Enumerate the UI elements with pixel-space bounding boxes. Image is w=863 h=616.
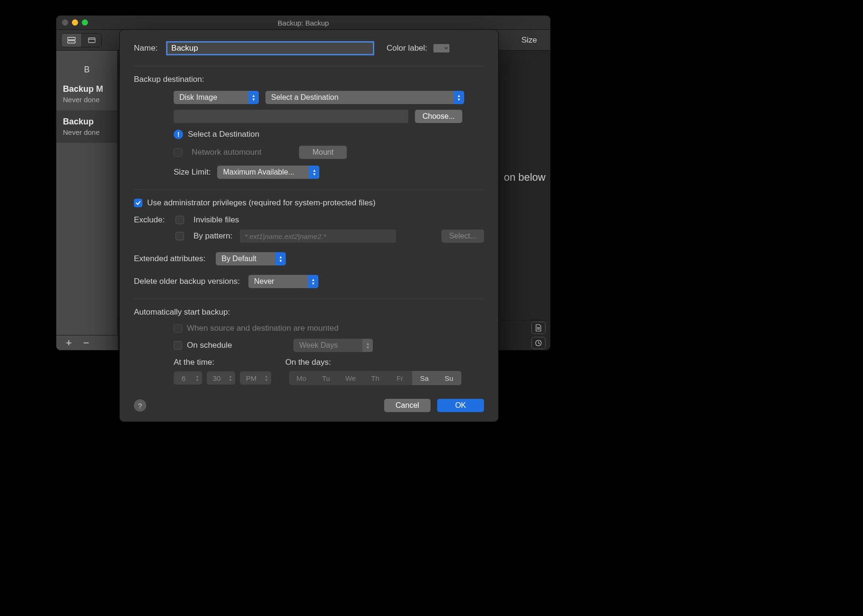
time-hour-value: 6 [182,374,185,382]
window-close-button[interactable] [62,19,68,26]
backup-item-subtitle: Never done [63,128,111,136]
on-schedule-checkbox[interactable] [174,341,182,350]
exclude-pattern-input[interactable] [240,229,396,243]
help-button[interactable]: ? [134,399,146,412]
when-mounted-label: When source and destination are mounted [187,324,338,333]
destination-section-label: Backup destination: [134,75,484,84]
delete-older-label: Delete older backup versions: [134,277,240,286]
stepper-icon: ▲▼ [275,252,286,265]
document-icon[interactable] [531,322,546,334]
destination-type-value: Disk Image [179,93,217,102]
mount-button[interactable]: Mount [299,146,346,159]
on-schedule-label: On schedule [187,341,232,350]
name-input[interactable] [166,41,374,55]
time-ampm-value: PM [246,374,257,382]
schedule-icon[interactable] [531,337,546,349]
exclude-label: Exclude: [134,215,168,225]
network-automount-label: Network automount [192,148,261,157]
backup-item-title: Backup M [63,84,111,94]
column-header-size: Size [521,35,537,45]
day-toggle-th[interactable]: Th [363,371,387,385]
info-icon: ! [174,130,183,139]
remove-backup-button[interactable]: − [83,337,89,349]
delete-older-value: Never [254,277,274,286]
svg-rect-2 [88,38,95,43]
stepper-icon: ▲▼ [454,91,464,104]
sidebar-header-letter: B [56,65,117,75]
days-selector[interactable]: Mo Tu We Th Fr Sa Su [289,371,461,385]
stepper-icon: ▲▼ [194,371,200,385]
backup-item-subtitle: Never done [63,96,111,104]
backup-list-item[interactable]: Backup Never done [56,110,117,143]
destination-target-popup[interactable]: Select a Destination ▲▼ [265,91,464,104]
destination-type-popup[interactable]: Disk Image ▲▼ [174,91,259,104]
network-automount-checkbox[interactable] [174,148,182,157]
stepper-icon: ▲▼ [264,371,269,385]
time-minute-stepper[interactable]: 30 ▲▼ [207,371,235,385]
stepper-icon: ▲▼ [248,91,259,104]
stepper-icon: ▲▼ [228,371,233,385]
view-storage-icon[interactable] [62,34,81,47]
at-time-label: At the time: [174,358,214,367]
name-label: Name: [134,44,158,53]
admin-privileges-label: Use administrator privileges (required f… [147,198,376,208]
day-toggle-su[interactable]: Su [437,371,461,385]
schedule-type-value: Week Days [299,341,338,350]
day-toggle-tu[interactable]: Tu [314,371,338,385]
svg-rect-1 [68,41,75,43]
extended-attributes-popup[interactable]: By Default ▲▼ [216,252,286,265]
day-toggle-mo[interactable]: Mo [289,371,314,385]
background-hint-text: on below [504,171,546,184]
on-days-label: On the days: [285,358,331,367]
size-limit-label: Size Limit: [174,167,211,177]
exclude-select-button[interactable]: Select... [441,229,484,243]
titlebar: Backup: Backup [56,16,550,30]
add-backup-button[interactable]: + [66,337,72,349]
time-hour-stepper[interactable]: 6 ▲▼ [174,371,202,385]
when-mounted-checkbox[interactable] [174,324,182,333]
destination-target-value: Select a Destination [271,93,338,102]
time-ampm-stepper[interactable]: PM ▲▼ [240,371,271,385]
color-label-picker[interactable] [433,44,450,53]
schedule-type-popup[interactable]: Week Days ▲▼ [293,339,373,352]
auto-start-section-label: Automatically start backup: [134,308,484,317]
window-zoom-button[interactable] [82,19,88,26]
size-limit-popup[interactable]: Maximum Available... ▲▼ [217,166,319,179]
destination-path-field[interactable] [174,110,408,123]
extended-attributes-label: Extended attributes: [134,254,205,264]
choose-button[interactable]: Choose... [415,110,462,123]
exclude-invisible-label: Invisible files [194,215,239,225]
delete-older-popup[interactable]: Never ▲▼ [248,275,318,288]
extended-attributes-value: By Default [221,255,256,263]
cancel-button[interactable]: Cancel [384,399,431,412]
backup-settings-dialog: Name: Color label: Backup destination: D… [119,29,499,422]
stepper-icon: ▲▼ [362,339,373,352]
exclude-pattern-label: By pattern: [194,231,232,241]
stepper-icon: ▲▼ [309,166,319,179]
stepper-icon: ▲▼ [308,275,318,288]
window-title: Backup: Backup [56,16,550,30]
exclude-pattern-checkbox[interactable] [176,232,184,240]
day-toggle-we[interactable]: We [338,371,363,385]
backup-item-title: Backup [63,117,111,127]
backup-list-item[interactable]: Backup M Never done [56,78,117,110]
view-segmented-control[interactable] [61,33,102,47]
svg-rect-0 [68,37,75,40]
day-toggle-sa[interactable]: Sa [412,371,437,385]
color-label-label: Color label: [387,44,427,53]
exclude-invisible-checkbox[interactable] [176,216,184,224]
destination-info-text: Select a Destination [188,130,259,139]
admin-privileges-checkbox[interactable] [134,199,142,207]
size-limit-value: Maximum Available... [223,168,294,176]
backup-list-sidebar: B Backup M Never done Backup Never done … [56,51,118,350]
day-toggle-fr[interactable]: Fr [387,371,412,385]
window-minimize-button[interactable] [72,19,78,26]
time-minute-value: 30 [213,374,221,382]
ok-button[interactable]: OK [437,399,484,412]
view-archive-icon[interactable] [81,34,101,47]
sidebar-footer: + − [56,335,118,350]
